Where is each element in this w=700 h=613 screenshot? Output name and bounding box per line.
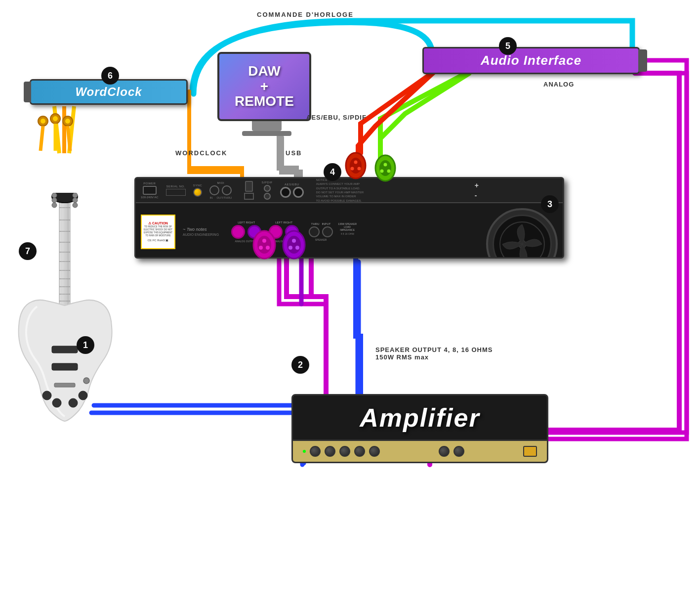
audio-interface-handle: [638, 49, 647, 72]
usb-label: USB: [286, 149, 302, 157]
daw-label: DAW+REMOTE: [235, 64, 294, 109]
rack-fan: [486, 208, 558, 259]
rack-spdif-section: S/PDIF: [261, 181, 272, 200]
rack-serial-section: SERIAL NO.: [166, 185, 186, 196]
rack-bottom-strip: ⚠ CAUTION TO REDUCE THE RISK OFELECTRIC …: [136, 203, 563, 259]
aes-connectors: [341, 141, 410, 195]
svg-point-56: [295, 246, 299, 250]
badge-5: 5: [499, 37, 517, 55]
svg-rect-40: [52, 363, 78, 370]
rack-aes-out: [293, 187, 304, 198]
rack-usb-port: [245, 181, 253, 192]
rack-logo-area: ~ Two notes AUDIO ENGINEERING: [183, 227, 219, 236]
rack-midi-section: MIDI INOUT/THRU: [209, 181, 232, 199]
analog-label: ANALOG: [543, 81, 574, 88]
amp-indicator: [303, 450, 306, 453]
svg-point-54: [292, 239, 296, 243]
wordclock-label: WordClock: [75, 85, 142, 99]
svg-point-4: [41, 119, 45, 124]
rack-usb2-port: [244, 193, 254, 200]
svg-point-34: [52, 198, 57, 203]
svg-point-42: [42, 391, 51, 400]
svg-point-63: [379, 160, 391, 176]
amp-label: Amplifier: [360, 403, 480, 433]
aes-label: AES/EBU, S/PDIF: [306, 114, 367, 121]
svg-point-10: [65, 119, 70, 124]
rack-fan-inner: [493, 215, 552, 259]
svg-point-65: [380, 170, 384, 173]
svg-point-51: [266, 246, 270, 250]
commande-label: COMMANDE D'HORLOGE: [257, 11, 354, 18]
amp-knob-6: [439, 446, 450, 457]
svg-point-7: [53, 116, 58, 121]
wordclock-connection-label: WORDCLOCK: [175, 149, 227, 157]
svg-point-59: [354, 161, 358, 164]
amp-top: Amplifier: [291, 394, 548, 441]
svg-point-53: [287, 236, 301, 254]
rack-serial-port: [166, 189, 186, 196]
svg-point-33: [52, 193, 57, 198]
svg-point-61: [358, 167, 361, 171]
wordclock-handle: [24, 82, 31, 102]
rack-midi-in: [209, 185, 219, 195]
svg-point-55: [288, 246, 292, 250]
svg-point-36: [73, 193, 78, 198]
badge-3: 3: [541, 195, 559, 213]
speaker-label: SPEAKER OUTPUT 4, 8, 16 OHMS 150W RMS ma…: [375, 346, 493, 361]
daw-screen: DAW+REMOTE: [217, 52, 311, 121]
daw-monitor: DAW+REMOTE: [217, 52, 316, 136]
audio-interface-label: Audio Interface: [481, 53, 581, 68]
rack-aes-in: [280, 187, 291, 198]
amp-knob-4: [354, 446, 365, 457]
svg-rect-41: [54, 383, 75, 387]
badge-1: 1: [77, 336, 94, 354]
bnc-cables: [31, 111, 90, 161]
svg-point-50: [259, 246, 263, 250]
svg-point-60: [351, 167, 354, 171]
svg-point-58: [350, 158, 362, 174]
audio-interface: Audio Interface: [422, 47, 640, 74]
svg-point-46: [83, 378, 89, 384]
rack-usb-section: [244, 181, 254, 200]
amp-square-indicator: [523, 446, 537, 457]
rack-power-section: POWER 100-240V AC: [141, 182, 159, 199]
rack-midi-out: [222, 185, 232, 195]
xlr-connectors: [249, 215, 348, 274]
svg-point-38: [73, 203, 78, 208]
guitar: [10, 193, 119, 435]
amp-knob-7: [453, 446, 464, 457]
badge-6: 6: [101, 67, 119, 85]
amplifier-device: Amplifier: [291, 394, 548, 463]
badge-7: 7: [19, 242, 37, 260]
daw-stand: [252, 121, 282, 131]
svg-point-43: [52, 398, 61, 407]
amp-knob-1: [310, 446, 321, 457]
rack-caution-label: ⚠ CAUTION TO REDUCE THE RISK OFELECTRIC …: [141, 215, 175, 249]
svg-point-44: [69, 398, 78, 407]
amp-knob-3: [339, 446, 350, 457]
svg-point-64: [384, 163, 387, 167]
amp-bottom: [291, 441, 548, 463]
svg-point-49: [262, 239, 266, 243]
rack-aesebu-section: AES/EBU: [280, 183, 304, 198]
svg-rect-39: [52, 346, 78, 353]
rack-power-port: [143, 186, 157, 195]
svg-line-5: [41, 126, 43, 151]
diagram-container: COMMANDE D'HORLOGE ANALOG WORDCLOCK USB …: [0, 0, 700, 613]
rack-spdif-out: [264, 193, 271, 200]
daw-base: [242, 131, 291, 136]
badge-2: 2: [291, 356, 309, 374]
amp-knob-2: [325, 446, 335, 457]
rack-spdif-in: [264, 185, 271, 192]
rack-sync-knob: [193, 188, 202, 197]
svg-point-37: [73, 198, 78, 203]
amp-knob-5: [369, 446, 380, 457]
rack-xlr-out-left: [231, 225, 245, 239]
svg-line-11: [68, 126, 70, 151]
rack-top-buttons: + -: [475, 181, 479, 199]
svg-point-48: [257, 236, 271, 254]
svg-point-35: [52, 203, 57, 208]
rack-sync-section: SYNC: [193, 184, 203, 197]
badge-4: 4: [324, 163, 341, 181]
svg-point-45: [79, 391, 87, 400]
